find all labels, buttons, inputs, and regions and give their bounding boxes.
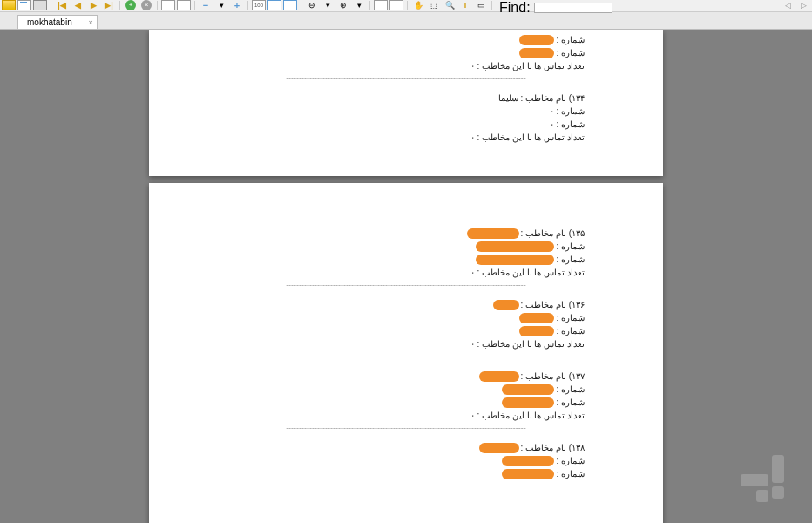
hand-tool-icon[interactable]: ✋ <box>411 0 425 10</box>
contact-number-line: شماره : <box>149 467 585 480</box>
redaction <box>493 300 519 310</box>
nav-add-icon[interactable]: + <box>124 0 138 10</box>
redaction <box>476 241 554 252</box>
contact-number-line: شماره : <box>149 454 585 467</box>
pdf-page: شماره :شماره :تعداد تماس ها با این مخاطب… <box>149 30 663 176</box>
fit-page-icon[interactable] <box>283 0 297 10</box>
zoom-in-icon[interactable]: + <box>230 0 244 10</box>
entry-divider: ----------------------------------------… <box>149 72 663 88</box>
contact-entry: شماره :شماره :تعداد تماس ها با این مخاطب… <box>149 30 663 72</box>
redaction <box>502 469 554 479</box>
close-tab-icon[interactable]: × <box>88 18 92 27</box>
contact-entry: ۱۳۴) نام مخاطب : سلیماشماره : ۰شماره : ۰… <box>149 88 663 144</box>
separator <box>491 1 492 10</box>
contact-name-line: ۱۳۸) نام مخاطب : <box>149 441 585 454</box>
separator <box>119 1 120 10</box>
contact-number-line: شماره : <box>149 324 585 337</box>
entry-divider: ----------------------------------------… <box>149 422 663 438</box>
entry-divider: ----------------------------------------… <box>149 207 663 223</box>
continuous-page-icon[interactable] <box>177 0 191 10</box>
print-icon[interactable] <box>33 0 47 10</box>
contact-number-line: شماره : <box>149 46 585 59</box>
redaction <box>519 313 554 323</box>
redaction <box>479 443 519 453</box>
first-page-icon[interactable]: |◀ <box>55 0 69 10</box>
separator <box>51 1 51 10</box>
contact-number-line: شماره : <box>149 311 585 324</box>
separator <box>194 1 195 10</box>
contact-name-line: ۱۳۷) نام مخاطب : <box>149 370 585 383</box>
select-tool-icon[interactable]: ⬚ <box>427 0 441 10</box>
contact-calls-line: تعداد تماس ها با این مخاطب : ۰ <box>149 337 585 350</box>
prev-page-icon[interactable]: ◀ <box>71 0 85 10</box>
redaction <box>479 371 519 382</box>
sound-prev-icon[interactable]: ◁ <box>781 0 795 10</box>
document-tab[interactable]: mokhatabin × <box>17 15 98 29</box>
tab-title: mokhatabin <box>27 17 72 27</box>
redaction <box>502 456 554 466</box>
redaction <box>467 228 519 239</box>
zoom-dropdown2-icon[interactable]: ▾ <box>321 0 335 10</box>
find-input[interactable] <box>534 3 612 13</box>
page-icon[interactable] <box>374 0 388 10</box>
document-viewport[interactable]: شماره :شماره :تعداد تماس ها با این مخاطب… <box>0 30 812 523</box>
redaction <box>519 326 554 336</box>
binoculars-icon[interactable]: 🔍 <box>443 0 457 10</box>
entry-divider: ----------------------------------------… <box>149 279 663 295</box>
contact-entry: ۱۳۵) نام مخاطب :شماره :شماره :تعداد تماس… <box>149 223 663 279</box>
nav-stop-icon[interactable]: × <box>139 0 153 10</box>
contact-number-line: شماره : <box>149 240 585 253</box>
find-box: Find: <box>499 0 612 16</box>
contact-calls-line: تعداد تماس ها با این مخاطب : ۰ <box>149 131 585 144</box>
separator <box>369 1 370 10</box>
contact-entry: ۱۳۷) نام مخاطب :شماره :شماره :تعداد تماس… <box>149 366 663 422</box>
sound-next-icon[interactable]: ▷ <box>796 0 810 10</box>
contact-entry: ۱۳۶) نام مخاطب :شماره :شماره :تعداد تماس… <box>149 295 663 350</box>
zoom-out-icon[interactable]: − <box>199 0 213 10</box>
redaction <box>519 35 554 45</box>
separator <box>247 1 248 10</box>
pdf-page: ----------------------------------------… <box>149 183 663 523</box>
zoom-dropdown3-icon[interactable]: ▾ <box>352 0 366 10</box>
contact-number-line: شماره : <box>149 253 585 266</box>
contact-number-line: شماره : ۰ <box>149 118 585 131</box>
last-page-icon[interactable]: ▶| <box>102 0 116 10</box>
zoom-100-icon[interactable]: 100 <box>252 0 266 10</box>
contact-number-line: شماره : <box>149 33 585 46</box>
contact-calls-line: تعداد تماس ها با این مخاطب : ۰ <box>149 409 585 422</box>
contact-name-line: ۱۳۵) نام مخاطب : <box>149 227 585 240</box>
zoom-out-circle-icon[interactable]: ⊖ <box>305 0 319 10</box>
main-toolbar: |◀ ◀ ▶ ▶| + × − ▾ + 100 ⊖ ▾ ⊕ ▾ ✋ ⬚ 🔍 T … <box>0 0 812 12</box>
text-select-icon[interactable]: T <box>458 0 472 10</box>
pages-icon[interactable] <box>389 0 403 10</box>
contact-number-line: شماره : <box>149 396 585 409</box>
contact-name-line: ۱۳۶) نام مخاطب : <box>149 298 585 311</box>
tab-bar: mokhatabin × <box>0 12 812 30</box>
redaction <box>502 384 554 395</box>
save-icon[interactable] <box>17 0 31 10</box>
highlight-icon[interactable]: ▭ <box>474 0 488 10</box>
separator <box>157 1 158 10</box>
contact-calls-line: تعداد تماس ها با این مخاطب : ۰ <box>149 59 585 72</box>
zoom-dropdown-icon[interactable]: ▾ <box>214 0 228 10</box>
contact-number-line: شماره : <box>149 383 585 396</box>
contact-calls-line: تعداد تماس ها با این مخاطب : ۰ <box>149 266 585 279</box>
redaction <box>476 255 554 265</box>
separator <box>407 1 408 10</box>
single-page-icon[interactable] <box>161 0 175 10</box>
zoom-in-circle-icon[interactable]: ⊕ <box>336 0 350 10</box>
redaction <box>519 48 554 58</box>
open-icon[interactable] <box>2 0 16 10</box>
contact-entry: ۱۳۸) نام مخاطب :شماره :شماره : <box>149 438 663 480</box>
fit-width-icon[interactable] <box>267 0 281 10</box>
redaction <box>502 397 554 408</box>
separator <box>301 1 301 10</box>
next-page-icon[interactable]: ▶ <box>86 0 100 10</box>
contact-name-line: ۱۳۴) نام مخاطب : سلیما <box>149 92 585 105</box>
contact-number-line: شماره : ۰ <box>149 105 585 118</box>
find-label: Find: <box>499 0 531 16</box>
entry-divider: ----------------------------------------… <box>149 350 663 366</box>
